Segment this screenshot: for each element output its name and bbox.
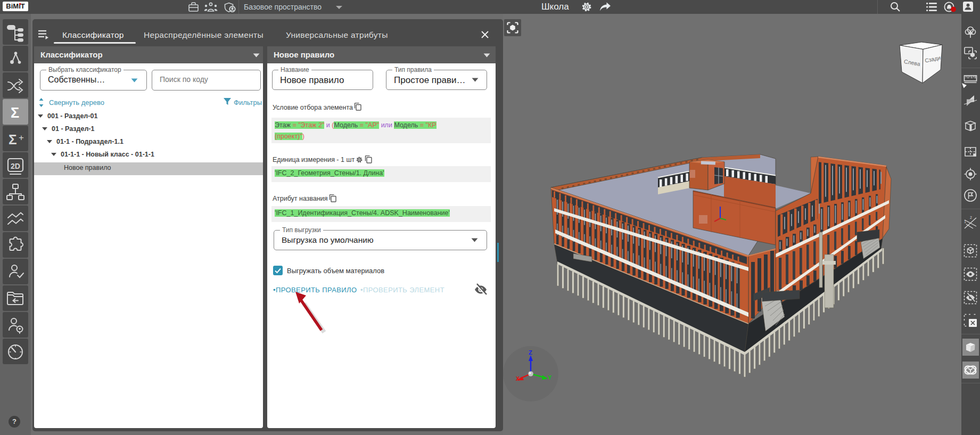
svg-text:X: X: [516, 375, 520, 382]
svg-text:Σ: Σ: [11, 105, 19, 121]
svg-text:1: 1: [964, 220, 966, 224]
svg-text:2D: 2D: [11, 162, 20, 170]
svg-text:2: 2: [970, 216, 972, 219]
svg-text:Z: Z: [529, 349, 532, 356]
svg-text:Σ: Σ: [9, 132, 17, 147]
svg-text:Y: Y: [548, 374, 552, 381]
svg-text:+: +: [19, 133, 24, 143]
